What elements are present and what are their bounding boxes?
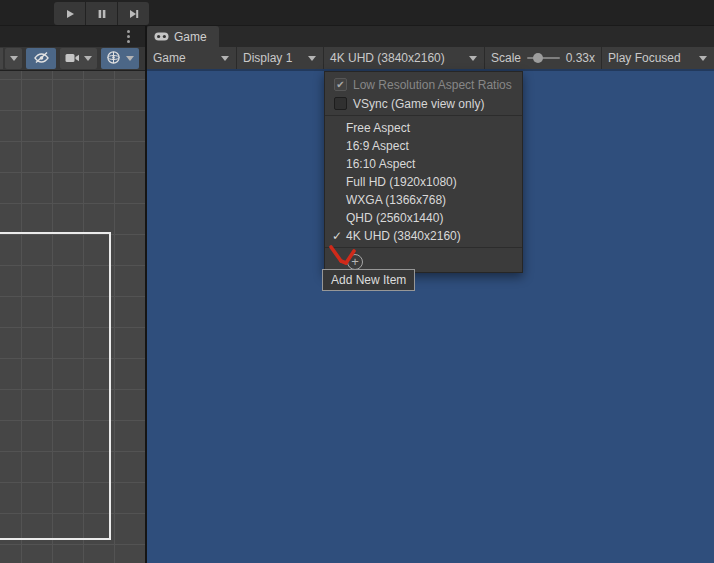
play-focused-dropdown[interactable]: Play Focused [602, 47, 714, 69]
tab-game-label: Game [174, 30, 207, 44]
scene-panel [0, 26, 145, 563]
scale-slider[interactable] [527, 52, 560, 64]
menu-item-label: 16:9 Aspect [346, 139, 409, 153]
menu-item-full-hd[interactable]: Full HD (1920x1080) [325, 173, 522, 191]
menu-item-label: VSync (Game view only) [353, 97, 484, 111]
scale-value: 0.33x [566, 51, 595, 65]
step-button[interactable] [118, 2, 149, 25]
dropdown-icon [699, 56, 707, 61]
aspect-ratio-dropdown[interactable]: 4K UHD (3840x2160) [324, 47, 485, 69]
gizmo-sphere-icon [106, 50, 121, 68]
menu-item-vsync[interactable]: VSync (Game view only) [325, 94, 522, 113]
scene-dropdown-button[interactable] [5, 48, 22, 69]
scene-toolbar [0, 47, 145, 71]
camera-icon [65, 52, 80, 66]
aspect-ratio-menu: ✔ Low Resolution Aspect Ratios VSync (Ga… [324, 71, 523, 273]
game-view-toolbar: Game Display 1 4K UHD (3840x2160) Scale … [147, 47, 714, 69]
checkbox-checked-icon: ✔ [334, 78, 347, 91]
scale-label: Scale [491, 51, 521, 65]
pane-menu-button[interactable] [121, 29, 135, 44]
game-mode-dropdown-label: Game [153, 51, 186, 65]
menu-separator [325, 247, 522, 248]
scene-camera-button[interactable] [60, 48, 97, 69]
menu-item-label: Free Aspect [346, 121, 410, 135]
play-icon [64, 8, 76, 20]
transport-controls [54, 2, 149, 25]
dropdown-icon [221, 56, 229, 61]
pause-icon [96, 8, 108, 20]
menu-item-wxga[interactable]: WXGA (1366x768) [325, 191, 522, 209]
gamepad-icon [154, 30, 169, 44]
menu-item-label: WXGA (1366x768) [346, 193, 446, 207]
scene-canvas[interactable] [0, 71, 145, 563]
scene-tabstrip [0, 26, 145, 47]
play-button[interactable] [54, 2, 85, 25]
menu-item-16-9-aspect[interactable]: 16:9 Aspect [325, 137, 522, 155]
unity-editor-window: Game Game Display 1 4K UHD (3840x2160) S… [0, 0, 714, 563]
scale-slider-knob[interactable] [533, 53, 543, 63]
transport-bar [0, 0, 714, 26]
canvas-bounds-outline [0, 232, 111, 540]
menu-separator [325, 115, 522, 116]
menu-item-label: 4K UHD (3840x2160) [346, 229, 461, 243]
step-forward-icon [128, 8, 140, 20]
menu-item-16-10-aspect[interactable]: 16:10 Aspect [325, 155, 522, 173]
tooltip: Add New Item [322, 269, 415, 291]
game-mode-dropdown[interactable]: Game [147, 47, 237, 69]
plus-icon: + [351, 255, 359, 268]
scene-gizmo-button[interactable] [101, 48, 139, 69]
menu-item-low-resolution-aspect-ratios: ✔ Low Resolution Aspect Ratios [325, 75, 522, 94]
menu-item-label: QHD (2560x1440) [346, 211, 443, 225]
scale-control: Scale 0.33x [485, 47, 602, 69]
checkbox-unchecked-icon [334, 97, 347, 110]
menu-item-4k-uhd[interactable]: ✓ 4K UHD (3840x2160) [325, 227, 522, 245]
dropdown-icon [308, 56, 316, 61]
check-icon: ✓ [332, 227, 344, 245]
scene-visibility-button[interactable] [26, 48, 56, 69]
menu-item-label: Low Resolution Aspect Ratios [353, 78, 512, 92]
pause-button[interactable] [86, 2, 117, 25]
dropdown-icon [126, 56, 134, 61]
kebab-menu-icon [127, 30, 130, 43]
display-dropdown[interactable]: Display 1 [237, 47, 324, 69]
menu-item-label: Full HD (1920x1080) [346, 175, 457, 189]
display-dropdown-label: Display 1 [243, 51, 292, 65]
menu-item-label: 16:10 Aspect [346, 157, 415, 171]
tooltip-text: Add New Item [331, 273, 406, 287]
game-tabstrip: Game [147, 26, 714, 47]
dropdown-icon [84, 56, 92, 61]
eye-hidden-icon [33, 51, 50, 67]
menu-item-free-aspect[interactable]: Free Aspect [325, 119, 522, 137]
aspect-ratio-dropdown-label: 4K UHD (3840x2160) [330, 51, 445, 65]
tab-game[interactable]: Game [147, 26, 219, 47]
play-focused-dropdown-label: Play Focused [608, 51, 681, 65]
dropdown-icon [469, 56, 477, 61]
clipped-toolbar-button[interactable] [0, 48, 3, 69]
scale-slider-track[interactable] [527, 57, 560, 59]
add-resolution-button[interactable]: + [347, 254, 363, 270]
dropdown-icon [10, 56, 18, 61]
menu-item-qhd[interactable]: QHD (2560x1440) [325, 209, 522, 227]
